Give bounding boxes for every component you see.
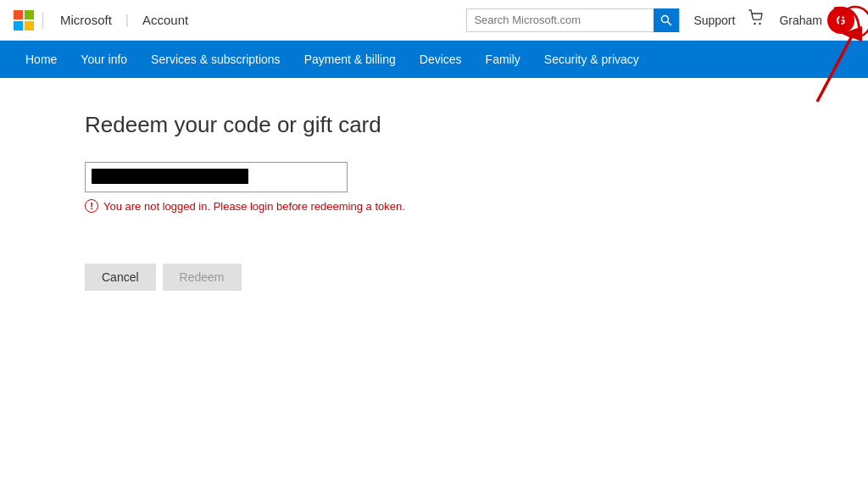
search-box xyxy=(466,8,680,32)
nav-item-family[interactable]: Family xyxy=(474,41,532,78)
nav-item-your-info[interactable]: Your info xyxy=(69,41,139,78)
logo-divider xyxy=(42,12,43,29)
svg-point-3 xyxy=(760,23,761,25)
microsoft-logo xyxy=(14,10,34,31)
logo-square-red xyxy=(14,10,23,19)
logo-square-blue xyxy=(14,21,23,31)
top-bar: Microsoft | Account Support xyxy=(0,0,868,41)
user-area[interactable]: Graham G xyxy=(779,7,854,34)
cancel-button[interactable]: Cancel xyxy=(85,264,156,291)
nav-item-home[interactable]: Home xyxy=(14,41,69,78)
svg-point-2 xyxy=(754,23,756,25)
logo-area: Microsoft | Account xyxy=(14,10,188,31)
avatar: G xyxy=(827,7,854,34)
page-title: Redeem your code or gift card xyxy=(85,112,783,138)
button-row: Cancel Redeem xyxy=(85,264,783,291)
nav-bar: Home Your info Services & subscriptions … xyxy=(0,41,868,78)
nav-item-devices[interactable]: Devices xyxy=(408,41,474,78)
code-input-area: ! You are not logged in. Please login be… xyxy=(85,162,783,213)
svg-line-1 xyxy=(668,21,672,25)
search-area xyxy=(466,8,680,32)
redeem-button: Redeem xyxy=(163,264,242,291)
account-label: Account xyxy=(142,13,188,27)
svg-point-0 xyxy=(662,15,669,22)
main-content: Redeem your code or gift card ! You are … xyxy=(0,78,868,325)
search-input[interactable] xyxy=(467,14,654,26)
error-icon: ! xyxy=(85,199,98,213)
error-text: You are not logged in. Please login befo… xyxy=(103,200,405,213)
search-icon xyxy=(660,14,672,26)
nav-item-payment[interactable]: Payment & billing xyxy=(292,41,408,78)
microsoft-wordmark: Microsoft xyxy=(60,13,112,27)
nav-item-services[interactable]: Services & subscriptions xyxy=(139,41,292,78)
nav-item-security[interactable]: Security & privacy xyxy=(532,41,651,78)
redacted-code xyxy=(92,169,248,184)
username-label: Graham xyxy=(779,14,822,27)
error-message: ! You are not logged in. Please login be… xyxy=(85,199,783,213)
top-right-area: Support Graham G xyxy=(693,7,854,34)
search-button[interactable] xyxy=(654,8,679,32)
support-link[interactable]: Support xyxy=(693,14,735,27)
logo-square-yellow xyxy=(25,21,34,31)
cart-icon[interactable] xyxy=(748,9,765,31)
logo-square-green xyxy=(25,10,34,19)
